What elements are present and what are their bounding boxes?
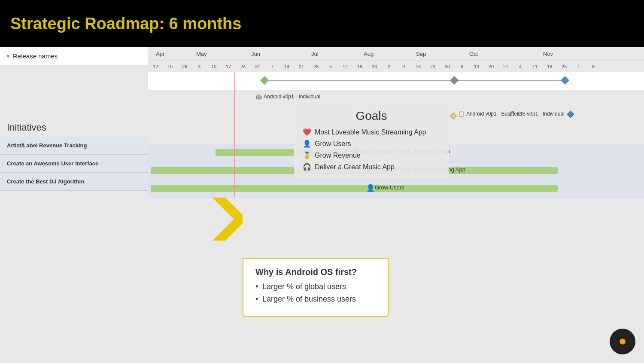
info-box: Why is Android OS first? Larger % of glo…	[243, 258, 389, 317]
release-connector	[264, 80, 565, 81]
android-individual-label: 🤖 Android v0p1 - Individual	[255, 94, 320, 100]
date-2: 2	[382, 64, 396, 69]
date-30: 30	[440, 64, 455, 69]
info-box-list: Larger % of global users Larger % of bus…	[255, 282, 376, 304]
date-17: 17	[221, 64, 236, 69]
date-3: 3	[192, 64, 207, 69]
current-date-line-3	[234, 108, 235, 126]
ios-individual-text: iOS v0p1 - Individual	[517, 111, 565, 117]
date-5: 5	[323, 64, 338, 69]
date-1: 1	[571, 64, 586, 69]
date-16: 16	[411, 64, 425, 69]
chevron-down-icon: ▾	[7, 53, 9, 59]
goal-item-0: ❤️ Most Loveable Music Streaming App	[303, 128, 440, 136]
date-24: 24	[236, 64, 250, 69]
ios-individual-label: 🎵 iOS v0p1 - Individual	[509, 111, 573, 117]
date-21: 21	[294, 64, 309, 69]
date-27: 27	[498, 64, 513, 69]
date-19: 19	[163, 64, 177, 69]
goals-overlay: Goals ❤️ Most Loveable Music Streaming A…	[294, 105, 449, 179]
date-19b: 19	[352, 64, 367, 69]
current-date-line-4	[234, 126, 235, 143]
goal-label-3: Deliver a Great Music App	[315, 163, 395, 171]
current-date-line-6	[234, 162, 235, 179]
current-date-line-5	[234, 143, 235, 161]
month-aug: Aug	[364, 51, 374, 57]
goal-icon-2: 🏅	[303, 151, 311, 159]
date-12: 12	[148, 64, 163, 69]
date-31: 31	[250, 64, 265, 69]
diamond-mid	[450, 76, 459, 85]
month-jul: Jul	[311, 51, 319, 57]
goal-item-2: 🏅 Grow Revenue	[303, 151, 440, 159]
month-nov: Nov	[543, 51, 553, 57]
android-individual-icon: 🤖	[255, 94, 262, 100]
date-row: 12 19 26 3 10 17 24 31 7 14 21 28 5 12 1…	[148, 61, 644, 72]
sidebar: ▾ Release names Initiatives Artist/Label…	[0, 47, 148, 363]
current-date-line-7	[234, 180, 235, 197]
diamond-start	[260, 76, 269, 85]
sidebar-release-row-2	[0, 83, 148, 101]
android-business-diamond	[450, 113, 457, 120]
date-14: 14	[279, 64, 294, 69]
month-oct: Oct	[469, 51, 478, 57]
current-date-line	[234, 72, 235, 90]
date-7: 7	[265, 64, 279, 69]
date-26b: 26	[367, 64, 382, 69]
ios-individual-icon: 🎵	[509, 111, 515, 117]
goal-icon-0: ❤️	[303, 128, 311, 136]
android-individual-text: Android v0p1 - Individual	[264, 94, 320, 100]
date-26: 26	[177, 64, 192, 69]
goal-label-0: Most Loveable Music Streaming App	[315, 128, 426, 136]
date-4: 4	[513, 64, 528, 69]
date-20: 20	[484, 64, 498, 69]
page-title: Strategic Roadmap: 6 months	[10, 15, 241, 33]
initiative-goal-icon-2: 👤	[366, 184, 375, 192]
month-jun: Jun	[251, 51, 260, 57]
sidebar-initiative-1: Create an Awesome User Interface	[0, 155, 148, 173]
initiative-goal-label-2: Grow Users	[375, 184, 404, 191]
goal-item-1: 👤 Grow Users	[303, 140, 440, 148]
date-6: 6	[455, 64, 469, 69]
date-9: 9	[396, 64, 411, 69]
date-8: 8	[586, 64, 601, 69]
goals-title: Goals	[303, 109, 440, 123]
sidebar-release-row-1	[0, 65, 148, 83]
month-may: May	[196, 51, 207, 57]
timeline-area: Apr May Jun Jul Aug Sep Oct Nov 12 19 26…	[148, 47, 644, 363]
date-10: 10	[207, 64, 221, 69]
main-content: ▾ Release names Initiatives Artist/Label…	[0, 47, 644, 363]
month-header-row: Apr May Jun Jul Aug Sep Oct Nov	[148, 47, 644, 61]
ios-individual-diamond	[567, 111, 574, 118]
sidebar-initiative-2: Create the Best DJ Algorithm	[0, 173, 148, 191]
vinyl-button[interactable]	[610, 329, 635, 354]
date-13: 13	[469, 64, 484, 69]
date-28: 28	[309, 64, 323, 69]
info-box-title: Why is Android OS first?	[255, 267, 376, 277]
initiatives-header: Initiatives	[0, 119, 148, 137]
goal-label-2: Grow Revenue	[315, 152, 361, 159]
date-25: 25	[557, 64, 571, 69]
goal-icon-3: 🎧	[303, 163, 311, 171]
sidebar-spacer	[0, 101, 148, 119]
goal-item-3: 🎧 Deliver a Great Music App	[303, 163, 440, 171]
info-box-bullet-0: Larger % of global users	[255, 282, 376, 291]
goal-icon-1: 👤	[303, 140, 311, 148]
sidebar-initiative-0: Artist/Label Revenue Tracking	[0, 137, 148, 155]
date-23: 23	[425, 64, 440, 69]
diamond-end	[561, 76, 569, 85]
sidebar-release-names[interactable]: ▾ Release names	[0, 47, 148, 65]
initiative-row-2: 👤 Grow Users	[148, 180, 644, 198]
date-12b: 12	[338, 64, 352, 69]
initiative-bar-2	[151, 185, 558, 192]
month-apr: Apr	[156, 51, 164, 57]
date-11: 11	[528, 64, 542, 69]
info-box-bullet-1: Larger % of business users	[255, 295, 376, 304]
release-names-label: Release names	[13, 52, 58, 60]
page-header: Strategic Roadmap: 6 months	[0, 0, 644, 47]
timeline-release-row	[148, 72, 644, 90]
goal-label-1: Grow Users	[315, 140, 351, 148]
current-date-line-2	[234, 90, 235, 108]
month-sep: Sep	[416, 51, 426, 57]
date-18: 18	[542, 64, 557, 69]
